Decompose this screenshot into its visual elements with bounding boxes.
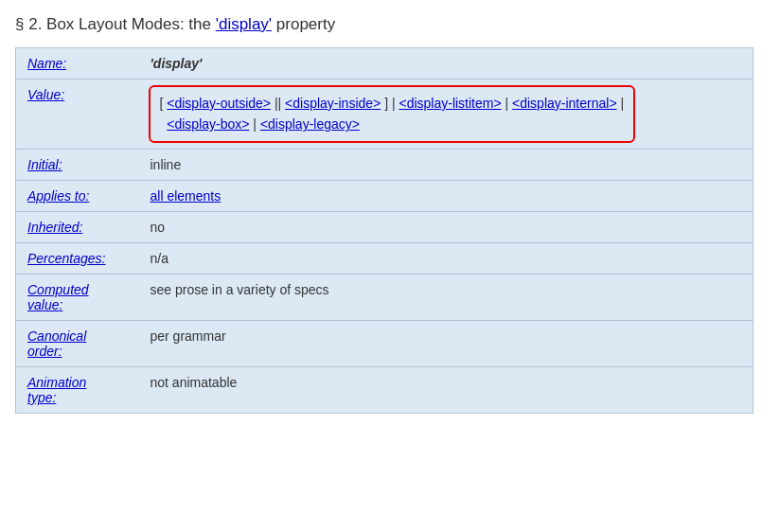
- label-initial[interactable]: Initial:: [16, 149, 139, 180]
- sep1: ||: [275, 96, 285, 111]
- sep5: |: [253, 116, 260, 132]
- value-highlighted-box: [ <display-outside> || <display-inside> …: [149, 85, 636, 143]
- table-row-animation: Animationtype: not animatable: [16, 366, 753, 413]
- value-name: 'display': [139, 48, 753, 80]
- heading-suffix: property: [272, 15, 335, 33]
- value-inherited: no: [139, 211, 753, 242]
- display-prop-link[interactable]: 'display': [216, 15, 272, 33]
- value-percentages: n/a: [139, 242, 753, 274]
- sep4: |: [620, 96, 624, 111]
- label-animation[interactable]: Animationtype:: [16, 366, 139, 413]
- label-percentages[interactable]: Percentages:: [16, 242, 139, 274]
- sep3: |: [505, 96, 513, 111]
- table-row-name: Name: 'display': [16, 48, 753, 80]
- link-display-box[interactable]: <display-box>: [167, 116, 249, 132]
- property-table: Name: 'display' Value: [ <display-outsid…: [15, 47, 753, 414]
- table-row-inherited: Inherited: no: [16, 211, 753, 242]
- table-row-applies: Applies to: all elements: [16, 180, 753, 211]
- label-name[interactable]: Name:: [16, 48, 139, 80]
- label-value[interactable]: Value:: [16, 80, 139, 150]
- link-display-internal[interactable]: <display-internal>: [512, 96, 617, 111]
- sep2: ] |: [384, 96, 399, 111]
- table-row-percentages: Percentages: n/a: [16, 242, 753, 274]
- link-display-outside[interactable]: <display-outside>: [167, 96, 271, 111]
- value-cell: [ <display-outside> || <display-inside> …: [139, 80, 753, 150]
- label-inherited[interactable]: Inherited:: [16, 211, 139, 242]
- label-applies[interactable]: Applies to:: [16, 180, 139, 211]
- name-value-text: 'display': [151, 56, 203, 71]
- section-heading: § 2. Box Layout Modes: the 'display' pro…: [15, 15, 765, 34]
- section-symbol: § 2. Box Layout Modes: the: [15, 15, 216, 33]
- table-row-initial: Initial: inline: [16, 149, 753, 180]
- label-canonical[interactable]: Canonicalorder:: [16, 320, 139, 366]
- table-row-computed: Computedvalue: see prose in a variety of…: [16, 274, 753, 320]
- table-row-canonical: Canonicalorder: per grammar: [16, 320, 753, 366]
- value-initial: inline: [139, 149, 753, 180]
- link-display-listitem[interactable]: <display-listitem>: [399, 96, 501, 111]
- link-display-legacy[interactable]: <display-legacy>: [260, 116, 360, 132]
- value-animation: not animatable: [139, 366, 753, 413]
- link-display-inside[interactable]: <display-inside>: [285, 96, 381, 111]
- value-canonical: per grammar: [139, 320, 753, 366]
- link-all-elements[interactable]: all elements: [151, 188, 222, 204]
- table-row-value: Value: [ <display-outside> || <display-i…: [16, 80, 753, 150]
- value-applies: all elements: [139, 180, 753, 211]
- value-computed: see prose in a variety of specs: [139, 274, 753, 320]
- label-computed[interactable]: Computedvalue:: [16, 274, 139, 320]
